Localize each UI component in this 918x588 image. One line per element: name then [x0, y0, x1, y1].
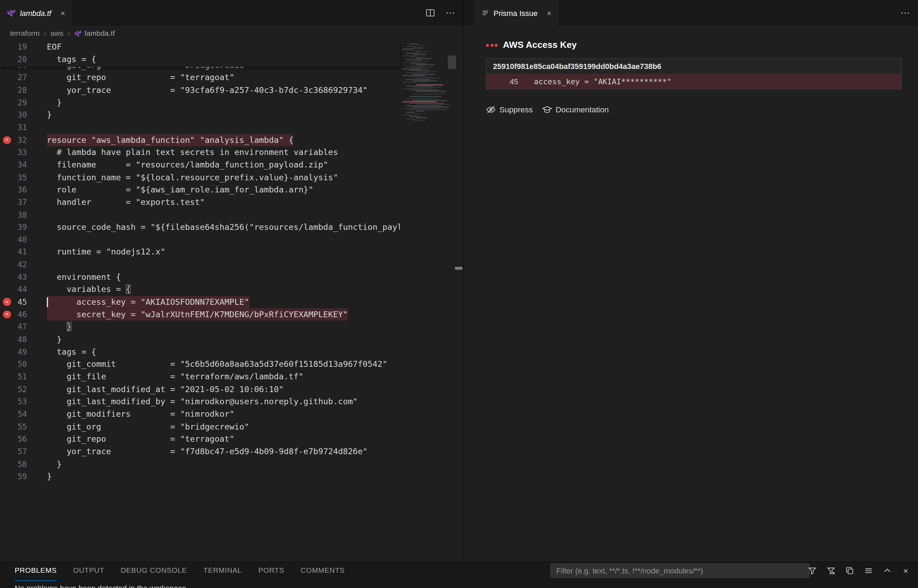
breadcrumb-file[interactable]: lambda.tf [74, 29, 115, 37]
minimap-line [406, 46, 416, 47]
code-text: EOF [47, 41, 62, 53]
code-line[interactable]: 19EOF [0, 41, 400, 53]
code-line[interactable]: 52 git_last_modified_at = "2021-05-02 10… [0, 383, 400, 396]
minimap-line [413, 107, 450, 108]
minimap-line [413, 54, 426, 55]
minimap-line [410, 63, 427, 64]
code-line[interactable]: 38 [0, 209, 400, 221]
code-line[interactable]: 47 } [0, 321, 400, 333]
code-line[interactable]: 34 filename = "resources/lambda_function… [0, 159, 400, 171]
code-line[interactable]: 39 source_code_hash = "${filebase64sha25… [0, 221, 400, 234]
code-line[interactable]: 29 } [0, 96, 400, 109]
error-marker-icon[interactable]: × [3, 311, 11, 318]
code-text: } [47, 109, 52, 121]
code-line[interactable]: 28 yor_trace = "93cfa6f9-a257-40c3-b7dc-… [0, 84, 400, 96]
code-text: git_file = "terraform/aws/lambda.tf" [47, 371, 304, 383]
code-line[interactable]: 33 # lambda have plain text secrets in e… [0, 146, 400, 159]
close-panel-icon[interactable]: × [900, 565, 911, 576]
code-line[interactable]: 20 tags = { [0, 53, 400, 66]
line-number: 52 [0, 383, 27, 396]
code-text: yor_trace = "93cfa6f9-a257-40c3-b7dc-3c3… [47, 84, 368, 96]
error-marker-icon[interactable]: × [3, 298, 11, 306]
code-line[interactable]: ×32resource "aws_lambda_function" "analy… [0, 134, 400, 146]
code-text: git_commit = "5c6b5d60a8aa63a5d37e60f151… [47, 358, 387, 371]
bottom-tab-problems[interactable]: PROBLEMS [15, 561, 57, 581]
minimap[interactable] [400, 42, 448, 557]
code-editor[interactable]: 26 git_org = "bridgecrewio"27 git_repo =… [0, 41, 463, 560]
code-line[interactable]: 56 git_repo = "terragoat" [0, 433, 400, 446]
finding-code-row[interactable]: 45 access_key = "AKIAI**********" [486, 74, 901, 89]
tab-lambda-tf[interactable]: lambda.tf × [0, 0, 72, 26]
suppress-button[interactable]: Suppress [486, 105, 533, 115]
bottom-tab-debug-console[interactable]: DEBUG CONSOLE [121, 561, 187, 581]
code-line[interactable]: 49 tags = { [0, 346, 400, 358]
error-marker-icon[interactable]: × [3, 136, 11, 144]
editor-group-actions: ⋯ [426, 0, 455, 26]
line-number: 59 [0, 470, 27, 483]
code-text: git_org = "bridgecrewio" [47, 420, 249, 433]
minimap-line [402, 62, 419, 63]
code-line[interactable]: 35 function_name = "${local.resource_pre… [0, 171, 400, 184]
tab-label: Prisma Issue [494, 8, 538, 17]
code-text: runtime = "nodejs12.x" [47, 246, 165, 258]
code-line[interactable]: 42 [0, 258, 400, 271]
line-number: 20 [0, 53, 27, 66]
line-number: 37 [0, 196, 27, 209]
more-actions-icon[interactable]: ⋯ [900, 8, 910, 18]
tab-label: lambda.tf [20, 8, 51, 17]
problems-filter-input[interactable] [550, 564, 810, 578]
code-line[interactable]: 54 git_modifiers = "nimrodkor" [0, 408, 400, 420]
clear-filter-icon[interactable] [826, 565, 836, 576]
code-line[interactable]: 36 role = "${aws_iam_role.iam_for_lambda… [0, 184, 400, 196]
code-line[interactable]: 40 [0, 234, 400, 246]
close-tab-icon[interactable]: × [547, 9, 551, 17]
documentation-label: Documentation [556, 105, 609, 114]
code-text: function_name = "${local.resource_prefix… [47, 171, 338, 184]
code-line[interactable]: 44 variables = { [0, 283, 400, 296]
sash-resize-handle[interactable] [455, 267, 463, 270]
code-line[interactable]: 48 } [0, 333, 400, 346]
minimap-line [413, 94, 444, 95]
open-in-editor-icon[interactable] [844, 565, 855, 576]
close-tab-icon[interactable]: × [61, 9, 65, 17]
eye-off-icon [486, 105, 496, 115]
chevron-up-icon[interactable] [882, 565, 892, 576]
minimap-line [402, 75, 425, 76]
code-text: git_repo = "terragoat" [47, 71, 235, 84]
code-line[interactable]: ×45 access_key = "AKIAIOSFODNN7EXAMPLE" [0, 296, 400, 308]
code-line[interactable]: 55 git_org = "bridgecrewio" [0, 420, 400, 433]
menu-icon[interactable] [863, 565, 873, 576]
minimap-line [413, 61, 429, 62]
line-number: 19 [0, 41, 27, 53]
code-line[interactable]: 30} [0, 109, 400, 121]
code-line[interactable]: 41 runtime = "nodejs12.x" [0, 246, 400, 258]
code-line[interactable]: 59} [0, 470, 400, 483]
vertical-scrollbar[interactable] [448, 55, 456, 69]
minimap-line [402, 115, 412, 115]
bottom-tab-terminal[interactable]: TERMINAL [203, 561, 242, 581]
documentation-button[interactable]: Documentation [542, 105, 609, 115]
line-number: 29 [0, 96, 27, 109]
more-actions-icon[interactable]: ⋯ [445, 8, 455, 18]
code-line[interactable]: 57 yor_trace = "f7d8bc47-e5d9-4b09-9d8f-… [0, 446, 400, 458]
code-line[interactable]: 58 } [0, 458, 400, 470]
code-line[interactable]: 50 git_commit = "5c6b5d60a8aa63a5d37e60f… [0, 358, 400, 371]
minimap-line [410, 89, 439, 90]
bottom-tab-output[interactable]: OUTPUT [73, 561, 104, 581]
bottom-tab-comments[interactable]: COMMENTS [301, 561, 345, 581]
code-line[interactable]: ×46 secret_key = "wJalrXUtnFEMI/K7MDENG/… [0, 308, 400, 321]
code-line[interactable]: 27 git_repo = "terragoat" [0, 71, 400, 84]
code-line[interactable]: 43 environment { [0, 271, 400, 283]
filter-icon[interactable] [806, 565, 817, 576]
minimap-line [413, 67, 432, 68]
split-editor-icon[interactable] [426, 8, 435, 18]
bracket-match: { [126, 284, 131, 294]
code-line[interactable]: 53 git_last_modified_by = "nimrodkor@use… [0, 396, 400, 408]
breadcrumb-aws[interactable]: aws [50, 29, 63, 37]
tab-prisma-issue[interactable]: Prisma Issue × [474, 0, 559, 26]
code-line[interactable]: 31 [0, 121, 400, 134]
code-line[interactable]: 37 handler = "exports.test" [0, 196, 400, 209]
breadcrumb-terraform[interactable]: terraform [10, 29, 40, 37]
bottom-tab-ports[interactable]: PORTS [258, 561, 284, 581]
code-line[interactable]: 51 git_file = "terraform/aws/lambda.tf" [0, 371, 400, 383]
